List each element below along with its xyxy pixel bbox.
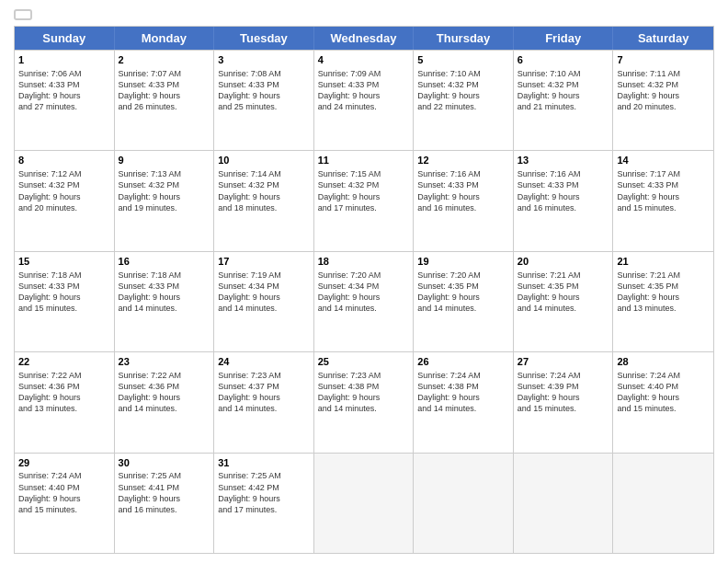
day-number: 15 [18,255,110,269]
day-number: 6 [518,53,609,67]
day-cell-7: 7Sunrise: 7:11 AMSunset: 4:32 PMDaylight… [613,51,713,150]
cell-line: Sunset: 4:33 PM [617,179,710,190]
cell-line: and 14 minutes. [417,403,509,414]
cell-line: Daylight: 9 hours [518,191,609,202]
empty-cell [514,454,614,553]
logo: GB [14,9,32,20]
cell-line: Sunrise: 7:12 AM [18,168,110,179]
cell-line: Sunrise: 7:09 AM [318,68,410,79]
day-number: 11 [318,154,410,167]
day-cell-22: 22Sunrise: 7:22 AMSunset: 4:36 PMDayligh… [15,352,115,452]
cell-line: Sunset: 4:32 PM [318,179,410,190]
cell-line: Daylight: 9 hours [119,292,210,303]
cell-line: Sunset: 4:35 PM [617,281,710,292]
cell-line: Sunrise: 7:21 AM [518,270,609,281]
cell-line: Daylight: 9 hours [518,392,609,403]
cell-line: Daylight: 9 hours [318,392,410,403]
cell-line: and 15 minutes. [18,504,110,515]
cell-line: Sunrise: 7:25 AM [119,470,210,481]
cell-line: Sunset: 4:32 PM [617,79,710,90]
day-cell-1: 1Sunrise: 7:06 AMSunset: 4:33 PMDaylight… [15,51,115,150]
day-number: 31 [218,456,310,470]
day-number: 28 [617,355,710,369]
cell-line: Sunrise: 7:25 AM [218,470,310,481]
day-cell-25: 25Sunrise: 7:23 AMSunset: 4:38 PMDayligh… [314,352,415,452]
day-number: 3 [218,53,310,67]
cell-line: Daylight: 9 hours [417,392,509,403]
cell-line: and 14 minutes. [417,303,509,314]
cell-line: Daylight: 9 hours [18,191,110,202]
cell-line: and 19 minutes. [119,202,210,213]
cell-line: Sunrise: 7:17 AM [617,168,710,179]
cell-line: Sunset: 4:39 PM [518,381,609,392]
cell-line: and 16 minutes. [518,202,609,213]
cell-line: Sunset: 4:33 PM [318,79,410,90]
cell-line: and 14 minutes. [318,303,410,314]
cell-line: Sunset: 4:42 PM [218,482,310,493]
cell-line: and 16 minutes. [417,202,509,213]
cell-line: Daylight: 9 hours [18,90,110,101]
cell-line: Daylight: 9 hours [218,392,310,403]
cell-line: Sunset: 4:33 PM [18,281,110,292]
cell-line: Sunrise: 7:24 AM [518,370,609,381]
cell-line: and 14 minutes. [119,403,210,414]
cell-line: and 18 minutes. [218,202,310,213]
day-cell-28: 28Sunrise: 7:24 AMSunset: 4:40 PMDayligh… [613,352,713,452]
cell-line: Sunrise: 7:14 AM [218,168,310,179]
cell-line: Sunset: 4:32 PM [18,179,110,190]
cell-line: and 13 minutes. [18,403,110,414]
cell-line: Daylight: 9 hours [617,392,710,403]
cell-line: Daylight: 9 hours [318,292,410,303]
cell-line: Sunset: 4:36 PM [18,381,110,392]
day-cell-15: 15Sunrise: 7:18 AMSunset: 4:33 PMDayligh… [15,252,115,351]
cell-line: and 15 minutes. [617,403,710,414]
cell-line: Sunrise: 7:23 AM [218,370,310,381]
day-cell-31: 31Sunrise: 7:25 AMSunset: 4:42 PMDayligh… [214,454,314,553]
cell-line: Daylight: 9 hours [119,90,210,101]
week-row-3: 15Sunrise: 7:18 AMSunset: 4:33 PMDayligh… [15,251,713,351]
day-cell-24: 24Sunrise: 7:23 AMSunset: 4:37 PMDayligh… [214,352,314,452]
cell-line: Sunset: 4:33 PM [119,79,210,90]
cell-line: Daylight: 9 hours [417,90,509,101]
day-header-monday: Monday [115,27,215,50]
cell-line: Daylight: 9 hours [617,191,710,202]
cell-line: and 15 minutes. [617,202,710,213]
day-number: 22 [18,355,110,369]
day-header-saturday: Saturday [613,27,713,50]
cell-line: Sunset: 4:32 PM [119,179,210,190]
day-number: 16 [119,255,210,269]
day-cell-14: 14Sunrise: 7:17 AMSunset: 4:33 PMDayligh… [613,151,713,250]
calendar: SundayMondayTuesdayWednesdayThursdayFrid… [14,26,714,554]
cell-line: Daylight: 9 hours [417,191,509,202]
cell-line: Daylight: 9 hours [119,493,210,504]
cell-line: Daylight: 9 hours [218,90,310,101]
day-number: 8 [18,154,110,167]
day-cell-11: 11Sunrise: 7:15 AMSunset: 4:32 PMDayligh… [314,151,415,250]
cell-line: and 13 minutes. [617,303,710,314]
day-number: 10 [218,154,310,167]
cell-line: and 16 minutes. [119,504,210,515]
day-cell-2: 2Sunrise: 7:07 AMSunset: 4:33 PMDaylight… [115,51,215,150]
cell-line: Sunrise: 7:22 AM [119,370,210,381]
cell-line: Sunset: 4:33 PM [18,79,110,90]
cell-line: Sunset: 4:37 PM [218,381,310,392]
day-cell-17: 17Sunrise: 7:19 AMSunset: 4:34 PMDayligh… [214,252,314,351]
cell-line: Sunrise: 7:22 AM [18,370,110,381]
cell-line: Sunrise: 7:06 AM [18,68,110,79]
cell-line: and 24 minutes. [318,101,410,112]
day-number: 24 [218,355,310,369]
page: GB SundayMondayTuesdayWednesdayThursdayF… [0,0,728,563]
cell-line: Sunrise: 7:11 AM [617,68,710,79]
cell-line: Sunrise: 7:23 AM [318,370,410,381]
day-cell-13: 13Sunrise: 7:16 AMSunset: 4:33 PMDayligh… [514,151,614,250]
calendar-body: 1Sunrise: 7:06 AMSunset: 4:33 PMDaylight… [15,50,713,553]
week-row-1: 1Sunrise: 7:06 AMSunset: 4:33 PMDaylight… [15,50,713,150]
cell-line: Sunset: 4:40 PM [18,482,110,493]
cell-line: Sunrise: 7:20 AM [318,270,410,281]
empty-cell [314,454,415,553]
cell-line: Sunset: 4:36 PM [119,381,210,392]
day-header-friday: Friday [514,27,614,50]
cell-line: Sunrise: 7:13 AM [119,168,210,179]
day-cell-12: 12Sunrise: 7:16 AMSunset: 4:33 PMDayligh… [414,151,514,250]
day-header-sunday: Sunday [15,27,115,50]
